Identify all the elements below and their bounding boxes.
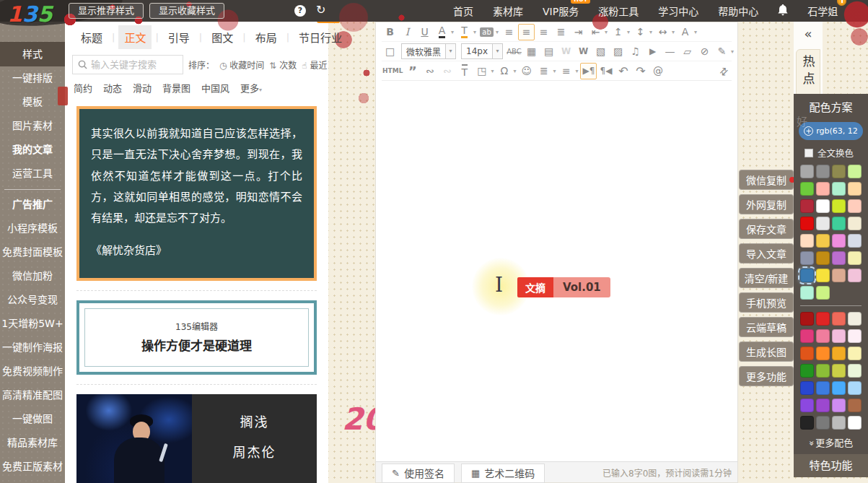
chevron-down-icon[interactable]: ▾ xyxy=(605,29,608,35)
color-swatch[interactable] xyxy=(848,251,862,265)
refresh-icon[interactable]: ↻ xyxy=(316,3,325,17)
collapse-panel-icon[interactable]: « xyxy=(794,22,823,46)
chevron-down-icon[interactable]: ▾ xyxy=(451,29,454,35)
color-swatch[interactable] xyxy=(848,416,862,430)
highlight-icon[interactable]: ab xyxy=(478,24,495,40)
cloud-draft-button[interactable]: 云端草稿 xyxy=(739,317,794,337)
sidebar-item-free-licensed-material[interactable]: 免费正版素材 xyxy=(0,455,65,479)
tag-minimal[interactable]: 简约 xyxy=(74,81,92,95)
special-char-icon[interactable]: Ω xyxy=(496,63,512,79)
bold-icon[interactable]: B xyxy=(382,24,398,40)
color-swatch[interactable] xyxy=(832,269,846,282)
app-logo-135[interactable]: 135 xyxy=(7,0,49,29)
color-swatch[interactable] xyxy=(848,182,862,196)
color-swatch[interactable] xyxy=(816,364,830,378)
tag-slide[interactable]: 滑动 xyxy=(133,81,152,95)
color-swatch[interactable] xyxy=(832,182,846,196)
nav-fans-tools[interactable]: 涨粉工具 xyxy=(598,4,639,18)
new-document-icon[interactable]: □ xyxy=(382,43,398,60)
notification-bell-icon[interactable] xyxy=(778,4,788,18)
tag-more[interactable]: 更多▾ xyxy=(240,81,263,95)
text-anchor-icon[interactable]: T xyxy=(456,63,473,79)
chevron-down-icon[interactable]: ▾ xyxy=(513,68,516,74)
tab-layout-styles[interactable]: 布局 xyxy=(250,25,283,49)
color-swatch[interactable] xyxy=(816,329,830,343)
sidebar-item-free-cover-templates[interactable]: 免费封面模板 xyxy=(0,240,65,264)
external-copy-button[interactable]: 外网复制 xyxy=(739,194,794,214)
color-swatch[interactable] xyxy=(800,312,814,326)
align-right-icon[interactable]: ≡ xyxy=(535,24,552,40)
chevron-down-icon[interactable]: ▾ xyxy=(649,29,652,35)
color-swatch[interactable] xyxy=(816,399,830,412)
color-swatch[interactable] xyxy=(848,329,862,343)
color-swatch[interactable] xyxy=(832,217,846,230)
color-swatch[interactable] xyxy=(816,165,830,178)
chevron-down-icon[interactable]: ▾ xyxy=(491,68,494,74)
horizontal-rule-icon[interactable]: — xyxy=(662,43,678,60)
color-swatch[interactable] xyxy=(832,329,846,343)
insert-image-icon[interactable]: ▧ xyxy=(592,43,609,60)
sidebar-item-one-click-layout[interactable]: 一键排版 xyxy=(0,66,65,90)
indent-first-line-icon[interactable]: ⇥ xyxy=(570,24,587,40)
chevron-down-icon[interactable]: ▾ xyxy=(694,29,697,35)
tag-dynamic[interactable]: 动态 xyxy=(103,81,122,95)
media-table-icon[interactable]: ▤ xyxy=(540,43,557,60)
hot-points-tab[interactable]: 热点 xyxy=(796,49,820,98)
color-swatch[interactable] xyxy=(848,269,862,282)
color-swatch[interactable] xyxy=(832,347,846,360)
color-swatch[interactable] xyxy=(816,199,830,213)
text-background-color-icon[interactable]: T xyxy=(456,24,473,40)
color-swatch[interactable] xyxy=(800,399,814,412)
color-swatch[interactable] xyxy=(800,182,814,196)
color-swatch[interactable] xyxy=(832,364,846,378)
change-all-colors-option[interactable]: 全文换色 xyxy=(805,146,868,160)
help-icon[interactable]: ? xyxy=(294,5,306,17)
font-family-select[interactable]: 微软雅黑▾ xyxy=(401,43,456,59)
emoticon-icon[interactable]: ☺ xyxy=(518,63,535,79)
nav-home[interactable]: 首页 xyxy=(453,4,473,18)
color-swatch[interactable] xyxy=(816,269,830,282)
mobile-preview-button[interactable]: 手机预览 xyxy=(739,292,794,313)
style-item-quote-card[interactable]: 其实很久以前我就知道自己应该怎样选择，只是一直无法下决心舍弃梦想。到现在，我依然… xyxy=(76,106,317,291)
color-swatch[interactable] xyxy=(832,312,846,326)
clear-format-icon[interactable]: ⊘ xyxy=(696,43,713,60)
chevron-down-icon[interactable]: ▾ xyxy=(575,68,578,74)
color-swatch[interactable] xyxy=(848,165,862,178)
color-swatch[interactable] xyxy=(800,199,814,213)
color-swatch[interactable] xyxy=(800,381,814,395)
color-swatch[interactable] xyxy=(832,234,846,248)
editor-canvas[interactable]: I 文摘 Vol.01 xyxy=(376,81,737,460)
save-article-button[interactable]: 保存文章 xyxy=(739,219,794,239)
color-swatch[interactable] xyxy=(800,251,814,265)
color-swatch[interactable] xyxy=(800,165,814,178)
sidebar-item-styles[interactable]: 样式 xyxy=(0,42,65,66)
nav-material-library[interactable]: 素材库 xyxy=(493,4,523,18)
line-height-icon[interactable]: ↕ xyxy=(632,24,649,40)
italic-icon[interactable]: I xyxy=(399,24,416,40)
search-input[interactable] xyxy=(91,59,177,70)
insert-music-icon[interactable]: ♫ xyxy=(627,43,644,60)
text-direction-rtl-icon[interactable]: ¶◀ xyxy=(597,63,614,79)
color-swatch[interactable] xyxy=(848,312,862,326)
align-justify-icon[interactable]: ≣ xyxy=(553,24,569,40)
sidebar-item-hd-images[interactable]: 高清精准配图 xyxy=(0,383,65,407)
chevron-down-icon[interactable]: ▾ xyxy=(627,29,630,35)
align-center-icon[interactable]: ≡ xyxy=(518,24,535,40)
color-swatch-selected[interactable] xyxy=(800,269,814,282)
sidebar-item-image-material[interactable]: 图片素材 xyxy=(0,114,65,138)
eraser-icon[interactable]: ▱ xyxy=(679,43,696,60)
color-swatch[interactable] xyxy=(848,234,862,248)
tab-title-styles[interactable]: 标题 xyxy=(75,25,108,49)
color-swatch[interactable] xyxy=(848,217,862,230)
color-swatch[interactable] xyxy=(816,234,830,248)
custom-color-picker[interactable]: +rgb(63, 12 xyxy=(799,122,863,140)
change-all-checkbox[interactable] xyxy=(805,149,813,157)
undo-icon[interactable]: ↶ xyxy=(615,63,631,79)
word-import-icon[interactable]: W xyxy=(575,43,592,60)
tab-festival-industry-styles[interactable]: 节日行业 xyxy=(293,25,348,49)
color-swatch[interactable] xyxy=(816,286,830,300)
text-direction-ltr-icon[interactable]: ▶¶ xyxy=(580,63,597,79)
color-swatch[interactable] xyxy=(848,399,862,412)
font-color-icon[interactable]: A xyxy=(434,24,450,40)
show-favorite-styles-button[interactable]: 显示收藏样式 xyxy=(149,3,224,19)
